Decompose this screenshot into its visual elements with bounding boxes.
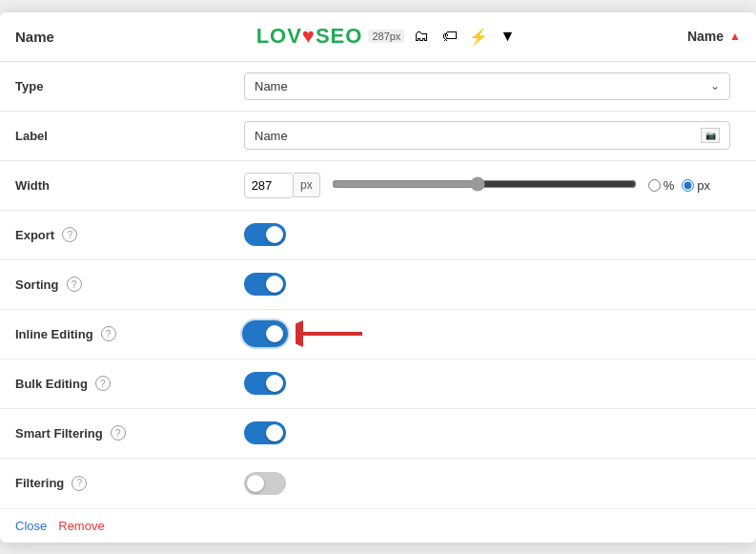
type-select[interactable]: Name ⌄	[244, 72, 730, 100]
arrow-annotation	[296, 319, 372, 348]
width-slider-container	[332, 176, 637, 195]
px-radio-option[interactable]: px	[682, 178, 710, 193]
inline-editing-row: Inline Editing ?	[0, 310, 756, 359]
export-toggle[interactable]	[244, 223, 286, 246]
logo-heart: ♥	[302, 24, 316, 48]
sorting-help-icon[interactable]: ?	[67, 277, 82, 292]
image-icon[interactable]: 📷	[701, 128, 720, 143]
bulk-editing-row: Bulk Editing ?	[0, 359, 756, 409]
inline-editing-help-icon[interactable]: ?	[101, 326, 116, 341]
export-help-icon[interactable]: ?	[62, 227, 77, 242]
layers-icon[interactable]: 🗂	[410, 27, 433, 46]
width-number-input[interactable]	[244, 173, 294, 198]
smart-filtering-toggle[interactable]	[244, 421, 286, 444]
header-icons: 🗂 🏷 ⚡ ▼	[410, 27, 519, 46]
export-toggle-slider	[244, 223, 286, 246]
type-content: Name ⌄	[244, 72, 741, 100]
sorting-row: Sorting ?	[0, 260, 756, 310]
sort-arrow-icon[interactable]: ▲	[729, 30, 741, 43]
sorting-content	[244, 273, 741, 296]
export-content	[244, 223, 741, 246]
sorting-label: Sorting ?	[15, 277, 244, 292]
bulk-editing-help-icon[interactable]: ?	[95, 376, 111, 391]
label-content: Name 📷	[244, 121, 741, 150]
export-row: Export ?	[0, 211, 756, 260]
sorting-toggle[interactable]	[244, 273, 286, 296]
filtering-label: Filtering ?	[15, 476, 244, 491]
funnel-icon[interactable]: ▼	[496, 27, 519, 46]
width-unit-group: % px	[648, 178, 710, 193]
inline-editing-toggle-slider	[244, 322, 286, 345]
close-button[interactable]: Close	[15, 519, 47, 533]
label-row: Label Name 📷	[0, 112, 756, 161]
header-right: Name ▲	[645, 29, 741, 44]
filtering-row: Filtering ?	[0, 459, 756, 508]
form-body: Type Name ⌄ Label Name 📷	[0, 62, 756, 508]
chevron-down-icon: ⌄	[710, 79, 720, 92]
filtering-toggle[interactable]	[244, 472, 286, 495]
filtering-content	[244, 472, 741, 495]
type-select-value: Name	[255, 79, 288, 93]
px-radio[interactable]	[682, 179, 694, 192]
inline-editing-toggle[interactable]	[244, 322, 286, 345]
label-input-box: Name 📷	[244, 121, 730, 150]
width-badge: 287px	[368, 30, 404, 43]
bulk-editing-content	[244, 372, 741, 395]
export-label: Export ?	[15, 227, 244, 242]
filtering-help-icon[interactable]: ?	[72, 476, 87, 491]
inline-editing-label: Inline Editing ?	[15, 326, 244, 341]
smart-filtering-row: Smart Filtering ?	[0, 409, 756, 459]
type-row: Type Name ⌄	[0, 62, 756, 112]
remove-button[interactable]: Remove	[58, 519, 104, 533]
px-unit-label: px	[697, 178, 710, 193]
percent-radio-option[interactable]: %	[648, 178, 675, 193]
width-range-slider[interactable]	[332, 176, 637, 192]
logo: LOV♥SEO	[256, 24, 363, 49]
lightning-icon[interactable]: ⚡	[467, 27, 490, 46]
bulk-editing-toggle[interactable]	[244, 372, 286, 395]
smart-filtering-toggle-slider	[244, 421, 286, 444]
tag-icon[interactable]: 🏷	[439, 27, 461, 46]
width-content: px % px	[244, 173, 741, 198]
red-arrow-svg	[296, 319, 372, 348]
type-label: Type	[15, 79, 244, 93]
width-row: Width px % px	[0, 161, 756, 211]
label-label: Label	[15, 129, 244, 143]
settings-panel: Name LOV♥SEO 287px 🗂 🏷 ⚡ ▼ Name ▲ Type	[0, 12, 756, 543]
bulk-editing-toggle-slider	[244, 372, 286, 395]
smart-filtering-help-icon[interactable]: ?	[111, 425, 126, 441]
sorting-toggle-slider	[244, 273, 286, 296]
smart-filtering-content	[244, 421, 741, 444]
percent-radio[interactable]	[648, 179, 661, 192]
bulk-editing-label: Bulk Editing ?	[15, 376, 244, 391]
bottom-actions: Close Remove	[0, 508, 756, 543]
label-input-value[interactable]: Name	[255, 129, 288, 143]
header-left-label: Name	[15, 29, 130, 45]
percent-label: %	[664, 178, 675, 193]
header-center: LOV♥SEO 287px 🗂 🏷 ⚡ ▼	[130, 24, 645, 49]
panel-header: Name LOV♥SEO 287px 🗂 🏷 ⚡ ▼ Name ▲	[0, 12, 756, 62]
header-right-label: Name	[687, 29, 724, 44]
width-label: Width	[15, 178, 244, 193]
width-px-label: px	[294, 173, 320, 197]
filtering-toggle-slider	[244, 472, 286, 495]
smart-filtering-label: Smart Filtering ?	[15, 425, 244, 441]
inline-editing-content	[244, 319, 741, 348]
